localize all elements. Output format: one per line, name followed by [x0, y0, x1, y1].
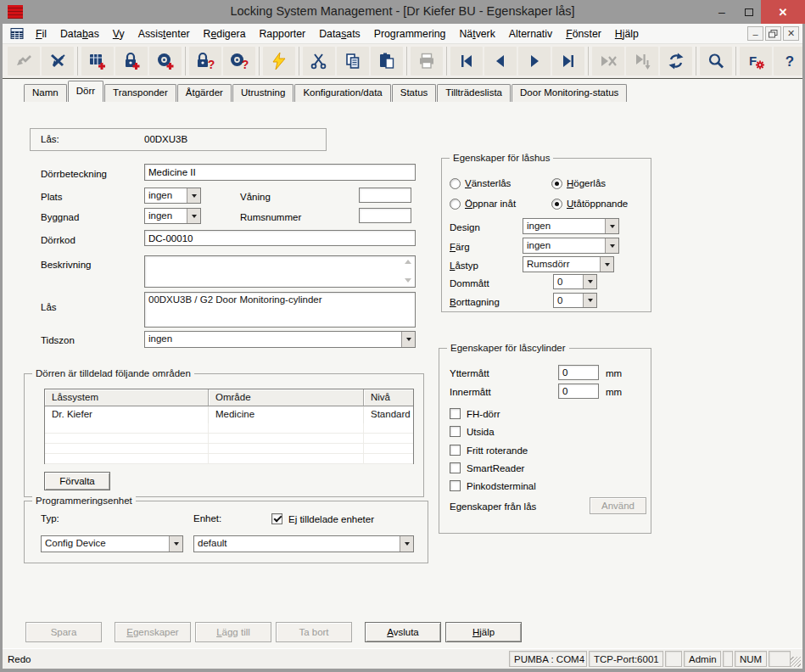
- next-record-button[interactable]: [518, 47, 551, 76]
- add-button[interactable]: Lägg till: [195, 622, 271, 642]
- menu-natverk[interactable]: Nätverk: [452, 25, 501, 42]
- minimize-button[interactable]: –: [709, 0, 735, 24]
- tab-utrustning[interactable]: Utrustning: [232, 84, 293, 102]
- search-button[interactable]: [700, 47, 732, 76]
- floor-input[interactable]: [359, 188, 411, 203]
- building-dropdown[interactable]: ingen: [144, 208, 201, 224]
- chevron-down-icon[interactable]: [605, 238, 618, 253]
- left-lock-label[interactable]: Vänsterlås: [465, 178, 511, 188]
- system-menu-icon[interactable]: [10, 27, 24, 40]
- removal-dropdown[interactable]: 0: [553, 293, 597, 308]
- door-name-input[interactable]: [144, 164, 416, 181]
- tab-dorr[interactable]: Dörr: [68, 81, 103, 102]
- menu-alternativ[interactable]: Alternativ: [502, 25, 559, 42]
- resize-grip[interactable]: [791, 657, 801, 667]
- menu-hjalp[interactable]: Hjälp: [608, 25, 646, 42]
- timezone-dropdown[interactable]: ingen: [144, 331, 416, 348]
- chevron-down-icon[interactable]: [400, 536, 413, 552]
- outer-dimension-input[interactable]: [558, 365, 599, 380]
- menu-rapporter[interactable]: Rapporter: [252, 25, 312, 42]
- smartreader-checkbox[interactable]: [450, 462, 461, 473]
- room-input[interactable]: [359, 208, 411, 223]
- right-lock-radio[interactable]: [551, 178, 562, 189]
- column-header-omrade[interactable]: Område: [209, 389, 364, 406]
- menu-fil[interactable]: Fil: [29, 25, 53, 42]
- lock-value-box[interactable]: 00DXU3B / G2 Door Monitoring-cylinder: [144, 292, 416, 328]
- copy-button[interactable]: [337, 47, 369, 76]
- dom-dimension-dropdown[interactable]: 0: [553, 274, 597, 289]
- chevron-down-icon[interactable]: [187, 188, 200, 203]
- manage-button[interactable]: Förvalta: [44, 472, 110, 490]
- door-code-input[interactable]: [144, 230, 416, 246]
- apply-button[interactable]: Använd: [590, 497, 646, 514]
- scroll-up-icon[interactable]: [405, 260, 411, 264]
- unassigned-devices-checkbox[interactable]: [271, 513, 282, 524]
- menu-databas[interactable]: Databas: [53, 25, 106, 42]
- fh-door-label[interactable]: FH-dörr: [467, 409, 500, 419]
- freely-rotating-checkbox[interactable]: [450, 445, 461, 456]
- close-button[interactable]: ✕: [761, 0, 805, 24]
- tab-konfiguration-data[interactable]: Konfiguration/data: [294, 84, 390, 102]
- menu-redigera[interactable]: Redigera: [197, 25, 253, 42]
- cancel-navigation-button[interactable]: [592, 47, 624, 76]
- save-button[interactable]: Spara: [25, 622, 102, 642]
- tab-atgarder[interactable]: Åtgärder: [177, 84, 232, 102]
- read-lock-button[interactable]: ?: [189, 47, 221, 76]
- outside-checkbox[interactable]: [450, 426, 461, 437]
- location-dropdown[interactable]: ingen: [144, 188, 201, 204]
- new-locking-system-button[interactable]: [81, 47, 114, 76]
- last-record-button[interactable]: [552, 47, 584, 76]
- fh-door-checkbox[interactable]: [450, 408, 461, 419]
- chevron-down-icon[interactable]: [600, 257, 613, 272]
- remove-button[interactable]: Ta bort: [276, 622, 352, 642]
- column-header-lassystem[interactable]: Låssystem: [45, 389, 209, 406]
- jump-arrow-button[interactable]: [8, 47, 40, 76]
- chevron-down-icon[interactable]: [401, 332, 415, 347]
- scroll-down-icon[interactable]: [405, 278, 411, 283]
- programming-type-dropdown[interactable]: Config Device: [41, 535, 183, 552]
- paste-button[interactable]: [371, 47, 403, 76]
- description-textarea[interactable]: [144, 255, 416, 288]
- read-transponder-button[interactable]: ?: [223, 47, 255, 76]
- inner-dimension-input[interactable]: [558, 384, 599, 399]
- program-button[interactable]: [263, 47, 295, 76]
- menu-programmering[interactable]: Programmering: [367, 25, 453, 42]
- tab-namn[interactable]: Namn: [24, 84, 67, 102]
- outside-label[interactable]: Utsida: [467, 427, 495, 437]
- outward-opening-radio[interactable]: [551, 199, 562, 210]
- outward-opening-label[interactable]: Utåtöppnande: [567, 199, 628, 209]
- filter-settings-button[interactable]: F: [740, 47, 772, 76]
- refresh-button[interactable]: [660, 47, 692, 76]
- lock-type-dropdown[interactable]: Rumsdörr: [523, 256, 614, 272]
- new-lock-button[interactable]: [115, 47, 148, 76]
- mdi-minimize-button[interactable]: –: [747, 26, 763, 41]
- menu-vy[interactable]: Vy: [106, 25, 131, 42]
- previous-record-button[interactable]: [484, 47, 517, 76]
- programming-device-dropdown[interactable]: default: [193, 535, 414, 552]
- tab-door-monitoring-status[interactable]: Door Monitoring-status: [512, 84, 627, 102]
- left-lock-radio[interactable]: [450, 178, 461, 189]
- cut-button[interactable]: [303, 47, 335, 76]
- chevron-down-icon[interactable]: [583, 294, 596, 307]
- tab-tilltradeslista[interactable]: Tillträdeslista: [437, 84, 511, 102]
- tab-status[interactable]: Status: [392, 84, 437, 102]
- first-record-button[interactable]: [450, 47, 483, 76]
- maximize-button[interactable]: [737, 0, 761, 24]
- disconnect-button[interactable]: [42, 47, 74, 76]
- exit-button[interactable]: Avsluta: [365, 622, 441, 642]
- help-footer-button[interactable]: Hjälp: [445, 622, 522, 642]
- design-dropdown[interactable]: ingen: [523, 218, 619, 234]
- goto-record-button[interactable]: [626, 47, 658, 76]
- chevron-down-icon[interactable]: [605, 219, 618, 233]
- new-transponder-button[interactable]: [149, 47, 182, 76]
- menu-fonster[interactable]: Fönster: [559, 25, 608, 42]
- menu-datasats[interactable]: Datasats: [312, 25, 367, 42]
- table-row[interactable]: Dr. Kiefer Medicine Standard: [45, 406, 413, 423]
- mdi-restore-button[interactable]: [765, 26, 781, 41]
- color-dropdown[interactable]: ingen: [523, 238, 619, 254]
- inward-opening-radio[interactable]: [450, 199, 461, 210]
- pincode-terminal-checkbox[interactable]: [450, 480, 461, 491]
- freely-rotating-label[interactable]: Fritt roterande: [467, 445, 528, 456]
- inward-opening-label[interactable]: Öppnar inåt: [465, 199, 516, 209]
- column-header-niva[interactable]: Nivå: [364, 389, 413, 406]
